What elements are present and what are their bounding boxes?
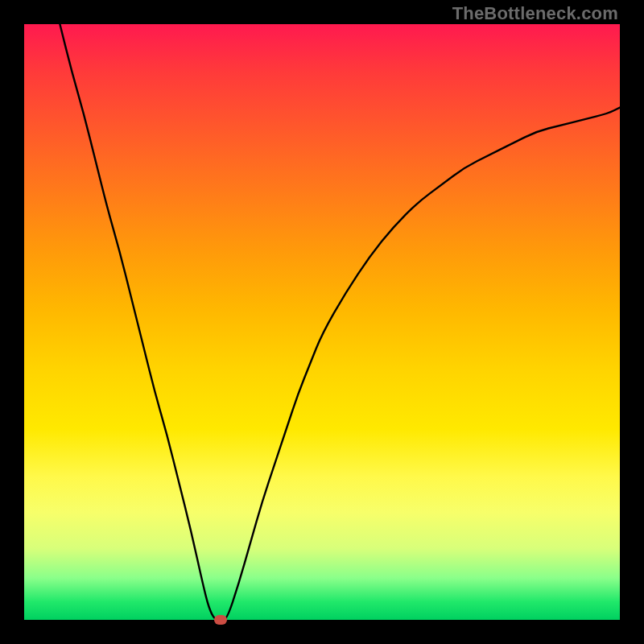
- optimum-marker: [214, 615, 227, 625]
- watermark-text: TheBottleneck.com: [452, 5, 618, 23]
- bottleneck-curve: [60, 24, 620, 620]
- curve-svg: [24, 24, 620, 620]
- plot-area: [24, 24, 620, 620]
- chart-frame: TheBottleneck.com: [0, 0, 644, 644]
